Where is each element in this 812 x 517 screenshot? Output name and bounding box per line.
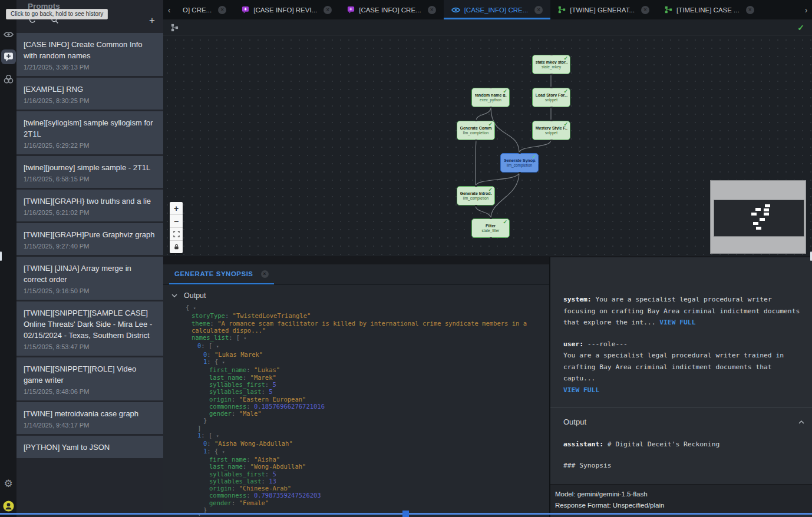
json-token: :	[210, 320, 218, 327]
graph-node[interactable]: ✓state mkey stor...state_mkey	[532, 55, 570, 74]
resize-grip[interactable]	[402, 511, 409, 517]
tab-label: [CASE INFO] CRE...	[359, 6, 421, 14]
json-token: "Marek"	[250, 374, 276, 381]
prompt-title: [twine][journey] simple sample - 2T1L	[24, 162, 156, 173]
editor-tab[interactable]: O] CRE...×	[175, 0, 234, 19]
user-role-line: ---role---	[587, 340, 628, 348]
graph-node[interactable]: ✓random name g...exec_python	[471, 88, 510, 107]
prompt-list-item[interactable]: [twine][journey] simple sample - 2T1L1/1…	[16, 156, 163, 188]
assistant-message: assistant: # Digital Deceit's Reckoning	[563, 439, 805, 450]
minimap[interactable]	[710, 180, 806, 254]
tab-close-icon[interactable]: ×	[261, 270, 269, 278]
graph-node[interactable]: ✓Generate Synop...llm_completion	[500, 153, 539, 173]
check-icon: ✓	[503, 88, 507, 94]
json-token: gender	[209, 499, 232, 506]
graph-node[interactable]: ✓Load Story For...snippet	[532, 88, 570, 107]
expand-toggle-icon[interactable]: ▾	[222, 360, 225, 365]
editor-tab[interactable]: [CASE_INFO] CRE...×	[444, 0, 551, 19]
json-token: first_name	[209, 456, 246, 463]
graph-node[interactable]: ✓Generate Comm...llm_completion	[457, 121, 495, 140]
json-line: 1: { ▾	[163, 448, 549, 456]
tab-close-icon[interactable]: ×	[324, 6, 332, 14]
chat-icon	[242, 6, 249, 14]
eye-icon[interactable]	[1, 27, 16, 42]
check-icon: ✓	[563, 121, 568, 127]
json-token: :	[265, 470, 273, 478]
prompt-list-item[interactable]: [twine][syllogism] sample syllogism for …	[16, 111, 163, 154]
prompt-list-item[interactable]: [CASE INFO] Create Common Info with rand…	[16, 33, 163, 76]
editor-tab[interactable]: [TIMELINE] CASE ...×	[657, 0, 762, 19]
prompt-list-item[interactable]: [TWINE] [JINJA] Array merge in correct o…	[16, 257, 163, 300]
tab-generate-synopsis[interactable]: GENERATE SYNOPSIS ×	[169, 264, 274, 284]
check-icon: ✓	[488, 121, 493, 127]
zoom-out-button[interactable]: −	[170, 215, 183, 228]
tab-close-icon[interactable]: ×	[218, 6, 226, 14]
view-full-link[interactable]: VIEW FULL	[659, 319, 695, 326]
prompt-title: [TWINE][GRAPH} two truths and a lie	[24, 195, 156, 207]
node-title: Generate Comm...	[460, 126, 492, 130]
view-full-link[interactable]: VIEW FULL	[563, 386, 599, 394]
json-token: "Female"	[239, 499, 269, 506]
inspector-output-header: Output	[563, 416, 586, 428]
minimap-viewport[interactable]	[714, 200, 804, 237]
prompt-list-item[interactable]: [TWINE][SNIPPET][ROLE] Video game writer…	[16, 357, 163, 400]
json-token: :	[265, 381, 273, 388]
validation-check-icon: ✓	[797, 23, 804, 32]
settings-gear-icon[interactable]: ⚙	[1, 476, 16, 491]
tab-close-icon[interactable]: ×	[534, 6, 543, 14]
graph-node[interactable]: ✓Filterstate_filter	[471, 218, 510, 238]
json-token: "Aisha Wong-Abdullah"	[214, 440, 293, 447]
json-token: : [	[229, 334, 243, 341]
graph-layout-icon[interactable]	[171, 24, 179, 32]
check-icon: ✓	[503, 219, 507, 225]
prompt-list-item[interactable]: [TWINE][GRAPH} two truths and a lie1/16/…	[16, 190, 163, 221]
tabs-scroll-right-icon[interactable]: ›	[800, 0, 812, 19]
expand-toggle-icon[interactable]: ▾	[216, 433, 219, 439]
prompt-list-item[interactable]: [TWINE][SNIPPET][SAMPLE CASE] Online Thr…	[16, 301, 163, 356]
prompt-list-item[interactable]: [TWINE] metroidvania case graph1/14/2025…	[16, 402, 163, 434]
tab-close-icon[interactable]: ×	[641, 6, 649, 14]
output-section-header[interactable]: Output	[163, 285, 549, 304]
splitter-handle-left[interactable]	[0, 251, 2, 261]
add-prompt-button[interactable]: +	[149, 15, 155, 25]
json-token: "Male"	[239, 410, 262, 417]
editor-tab[interactable]: [CASE INFO] REVI...×	[234, 0, 339, 19]
prompt-timestamp: 1/21/2025, 3:36:13 PM	[24, 64, 156, 71]
expand-toggle-icon[interactable]: ▾	[222, 449, 225, 455]
json-line: 0: "Lukas Marek"	[163, 351, 549, 358]
json-line: 0: "Aisha Wong-Abdullah"	[163, 440, 549, 447]
prompts-icon[interactable]	[1, 49, 16, 64]
editor-tab[interactable]: [TWINE] GENERAT...×	[550, 0, 657, 19]
json-token: "Aisha"	[254, 456, 280, 463]
graph-canvas[interactable]: ✓state mkey stor...state_mkey✓random nam…	[163, 36, 812, 257]
node-subtitle: snippet	[545, 131, 557, 135]
fit-view-button[interactable]	[170, 228, 183, 241]
tab-close-icon[interactable]: ×	[428, 6, 436, 14]
activity-bar: ⚙	[0, 0, 16, 517]
tabs-scroll-left-icon[interactable]: ‹	[163, 0, 175, 19]
json-token: :	[207, 351, 214, 358]
prompt-list-item[interactable]: [PYTHON] Yaml to JSON	[16, 436, 163, 458]
expand-toggle-icon[interactable]: ▾	[216, 344, 219, 349]
json-token: theme	[192, 320, 210, 327]
json-token: {	[186, 304, 193, 311]
prompt-list-item[interactable]: [EXAMPLE] RNG1/16/2025, 8:30:25 PM	[16, 78, 163, 110]
json-token: 13	[269, 478, 276, 485]
editor-tab[interactable]: [CASE INFO] CRE...×	[339, 0, 443, 19]
tab-label: [CASE_INFO] CRE...	[464, 6, 529, 14]
zoom-in-button[interactable]: +	[170, 202, 183, 215]
graph-node[interactable]: ✓Generate Introd...llm_completion	[457, 186, 495, 206]
workflow-knot-icon[interactable]	[1, 72, 16, 87]
prompt-title: [EXAMPLE] RNG	[24, 84, 156, 95]
lock-button[interactable]	[170, 241, 183, 253]
graph-node[interactable]: ✓Mystery Style F...snippet	[532, 121, 570, 140]
json-token: :	[232, 485, 239, 492]
expand-toggle-icon[interactable]: ▾	[244, 336, 247, 341]
tab-close-icon[interactable]: ×	[746, 6, 754, 14]
horizontal-resize-bar[interactable]	[0, 513, 812, 515]
collapse-chevron-up-icon[interactable]	[798, 420, 805, 425]
expand-toggle-icon[interactable]: ▾	[193, 306, 196, 311]
user-avatar[interactable]	[1, 499, 16, 513]
json-line: syllables_last: 5	[163, 388, 549, 395]
prompt-list-item[interactable]: [TWINE][GRAPH]Pure Graphviz graph1/15/20…	[16, 223, 163, 255]
